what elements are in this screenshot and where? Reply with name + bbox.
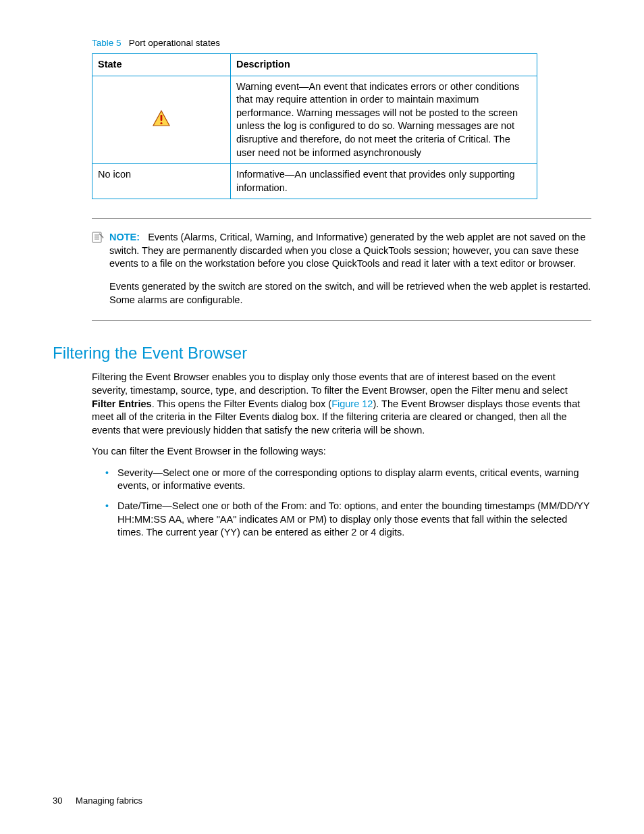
warning-icon bbox=[152, 109, 171, 127]
figure-link[interactable]: Figure 12 bbox=[331, 398, 373, 409]
section-body: Filtering the Event Browser enables you … bbox=[92, 371, 591, 539]
note-icon bbox=[92, 232, 107, 248]
cell-noicon-state: No icon bbox=[92, 164, 231, 199]
bullet-list: Severity—Select one or more of the corre… bbox=[105, 467, 591, 540]
section-paragraph-1: Filtering the Event Browser enables you … bbox=[92, 371, 591, 437]
note-paragraph-1: Events (Alarms, Critical, Warning, and I… bbox=[109, 232, 585, 269]
cell-warning-desc: Warning event—An event that indicates er… bbox=[231, 76, 537, 163]
header-description: Description bbox=[231, 54, 537, 76]
list-item: Date/Time—Select one or both of the From… bbox=[105, 500, 591, 540]
note-text: NOTE: Events (Alarms, Critical, Warning,… bbox=[109, 231, 591, 307]
note-paragraph-2: Events generated by the switch are store… bbox=[109, 280, 591, 307]
note-block: NOTE: Events (Alarms, Critical, Warning,… bbox=[92, 218, 591, 321]
table-header-row: State Description bbox=[92, 54, 537, 76]
svg-point-1 bbox=[160, 122, 162, 124]
table-title: Port operational states bbox=[129, 38, 220, 48]
port-states-table: State Description Warning event—An event… bbox=[92, 53, 537, 199]
section-heading: Filtering the Event Browser bbox=[53, 342, 591, 364]
page-footer: 30 Managing fabrics bbox=[53, 795, 142, 807]
page-number: 30 bbox=[53, 796, 62, 806]
cell-noicon-desc: Informative—An unclassified event that p… bbox=[231, 164, 537, 199]
header-state: State bbox=[92, 54, 231, 76]
note-label: NOTE: bbox=[109, 232, 140, 242]
cell-warning-icon bbox=[92, 76, 231, 163]
section-paragraph-2: You can filter the Event Browser in the … bbox=[92, 445, 591, 459]
table-label: Table 5 bbox=[92, 38, 122, 48]
table-row: Warning event—An event that indicates er… bbox=[92, 76, 537, 163]
svg-rect-0 bbox=[161, 115, 163, 121]
table-caption: Table 5 Port operational states bbox=[92, 37, 591, 49]
bold-filter-entries: Filter Entries bbox=[92, 398, 152, 409]
table-row: No icon Informative—An unclassified even… bbox=[92, 164, 537, 199]
list-item: Severity—Select one or more of the corre… bbox=[105, 467, 591, 493]
footer-title: Managing fabrics bbox=[76, 796, 142, 806]
